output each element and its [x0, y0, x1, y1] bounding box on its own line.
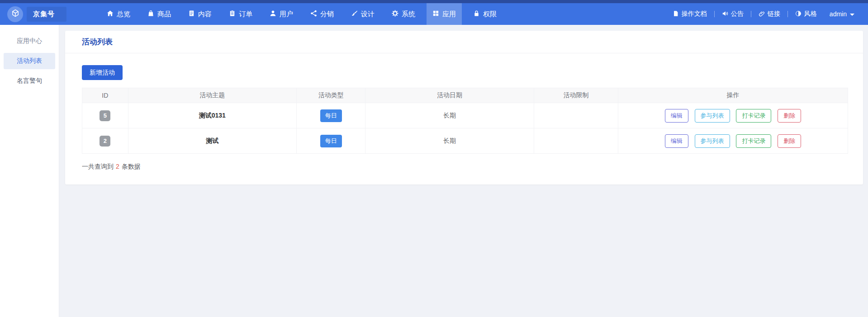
style-link-label: 风格	[804, 10, 817, 18]
card-header: 活动列表	[65, 31, 863, 53]
column-header-type: 活动类型	[297, 88, 365, 103]
result-count-suffix: 条数据	[122, 163, 141, 170]
nav-item-content[interactable]: 内容	[182, 3, 218, 25]
edit-button[interactable]: 编辑	[665, 109, 688, 123]
main-content: 活动列表 新增活动 ID 活动主题 活动类型 活动日期 活动限制 操作	[59, 25, 868, 317]
nav-item-design[interactable]: 设计	[345, 3, 380, 25]
id-badge: 5	[100, 110, 110, 121]
user-icon	[270, 10, 280, 18]
card-body: 新增活动 ID 活动主题 活动类型 活动日期 活动限制 操作	[65, 53, 863, 185]
nav-item-users[interactable]: 用户	[264, 3, 299, 25]
delete-button[interactable]: 删除	[778, 134, 801, 148]
sidebar-item-famous-quotes[interactable]: 名言警句	[4, 73, 55, 89]
announcement-link-label: 公告	[731, 10, 744, 18]
cell-actions: 编辑 参与列表 打卡记录 删除	[618, 128, 848, 154]
gear-icon	[392, 10, 402, 18]
nav-item-label: 分销	[320, 10, 334, 19]
brand[interactable]: 京集号	[7, 6, 86, 22]
delete-button[interactable]: 删除	[778, 109, 801, 123]
result-count-prefix: 一共查询到	[82, 163, 114, 170]
cell-id: 5	[82, 103, 128, 128]
sidebar-item-activity-list[interactable]: 活动列表	[4, 53, 55, 69]
divider	[751, 11, 751, 17]
cell-limit	[534, 103, 618, 128]
cell-id: 2	[82, 128, 128, 154]
sidebar: 应用中心 活动列表 名言警句	[0, 25, 59, 317]
column-header-theme: 活动主题	[128, 88, 296, 103]
style-icon	[795, 10, 804, 18]
nav-item-apps[interactable]: 应用	[427, 3, 462, 25]
links-link-label: 链接	[768, 10, 780, 18]
sidebar-item-label: 活动列表	[17, 57, 42, 65]
clipboard-icon	[229, 10, 239, 18]
cell-theme: 测试0131	[128, 103, 296, 128]
document-icon	[673, 10, 682, 18]
admin-username: admin	[830, 10, 847, 18]
cell-type: 每日	[297, 103, 365, 128]
cell-theme: 测试	[128, 128, 296, 154]
nav-item-permissions[interactable]: 权限	[467, 3, 503, 25]
docs-link-label: 操作文档	[682, 10, 707, 18]
apps-grid-icon	[432, 10, 442, 18]
admin-dropdown[interactable]: admin	[830, 10, 854, 18]
type-badge: 每日	[320, 135, 342, 147]
sidebar-item-label: 应用中心	[17, 37, 42, 45]
cell-actions: 编辑 参与列表 打卡记录 删除	[618, 103, 848, 128]
checkin-record-button[interactable]: 打卡记录	[736, 109, 771, 123]
divider	[714, 11, 715, 17]
table-row: 5 测试0131 每日 长期 编辑 参与列表 打卡记录 删除	[82, 103, 848, 128]
nav-item-system[interactable]: 系统	[386, 3, 421, 25]
cell-date: 长期	[365, 128, 534, 154]
logo-circle	[7, 6, 23, 22]
column-header-actions: 操作	[618, 88, 848, 103]
divider	[787, 11, 788, 17]
nav-item-label: 订单	[239, 10, 252, 19]
nav-item-label: 权限	[483, 10, 497, 19]
id-badge: 2	[100, 136, 110, 147]
announcement-link[interactable]: 公告	[722, 10, 744, 18]
style-link[interactable]: 风格	[795, 10, 817, 18]
add-activity-button[interactable]: 新增活动	[82, 65, 123, 80]
nav-item-overview[interactable]: 总览	[101, 3, 136, 25]
nav-item-label: 应用	[442, 10, 456, 19]
nav-item-goods[interactable]: 商品	[142, 3, 177, 25]
nav-item-label: 系统	[402, 10, 415, 19]
cube-logo-icon	[11, 9, 19, 19]
column-header-date: 活动日期	[365, 88, 534, 103]
top-navbar: 京集号 总览 商品 内容 订单 用户 分销 设计	[0, 3, 868, 25]
navbar-right: 操作文档 公告 链接 风格 admin	[673, 10, 854, 18]
participant-list-button[interactable]: 参与列表	[695, 134, 730, 148]
result-count-number: 2	[114, 163, 122, 170]
shopping-bag-icon	[147, 10, 157, 18]
nav-item-label: 设计	[361, 10, 375, 19]
lock-icon	[473, 10, 483, 18]
link-icon	[759, 10, 768, 18]
checkin-record-button[interactable]: 打卡记录	[736, 134, 771, 148]
nav-item-distribution[interactable]: 分销	[304, 3, 340, 25]
document-lines-icon	[188, 10, 198, 18]
main-nav-menu: 总览 商品 内容 订单 用户 分销 设计 系统	[98, 3, 505, 25]
cell-date: 长期	[365, 103, 534, 128]
activity-list-card: 活动列表 新增活动 ID 活动主题 活动类型 活动日期 活动限制 操作	[65, 31, 863, 185]
home-icon	[107, 10, 117, 18]
sidebar-item-label: 名言警句	[17, 77, 42, 85]
participant-list-button[interactable]: 参与列表	[695, 109, 730, 123]
announcement-icon	[722, 10, 731, 18]
nav-item-label: 内容	[198, 10, 212, 19]
sidebar-item-app-center[interactable]: 应用中心	[4, 33, 55, 49]
cell-type: 每日	[297, 128, 365, 154]
type-badge: 每日	[320, 109, 342, 122]
cell-limit	[534, 128, 618, 154]
edit-button[interactable]: 编辑	[665, 134, 688, 148]
page-title: 活动列表	[82, 38, 113, 46]
nav-item-orders[interactable]: 订单	[223, 3, 258, 25]
nav-item-label: 商品	[157, 10, 171, 19]
window-top-strip	[0, 0, 868, 3]
column-header-id: ID	[82, 88, 128, 103]
result-count-text: 一共查询到2条数据	[82, 163, 848, 171]
docs-link[interactable]: 操作文档	[673, 10, 707, 18]
page-body: 应用中心 活动列表 名言警句 活动列表 新增活动 ID 活动主题 活动类型	[0, 25, 868, 317]
chevron-down-icon	[850, 14, 854, 16]
paintbrush-icon	[351, 10, 361, 18]
links-link[interactable]: 链接	[759, 10, 780, 18]
